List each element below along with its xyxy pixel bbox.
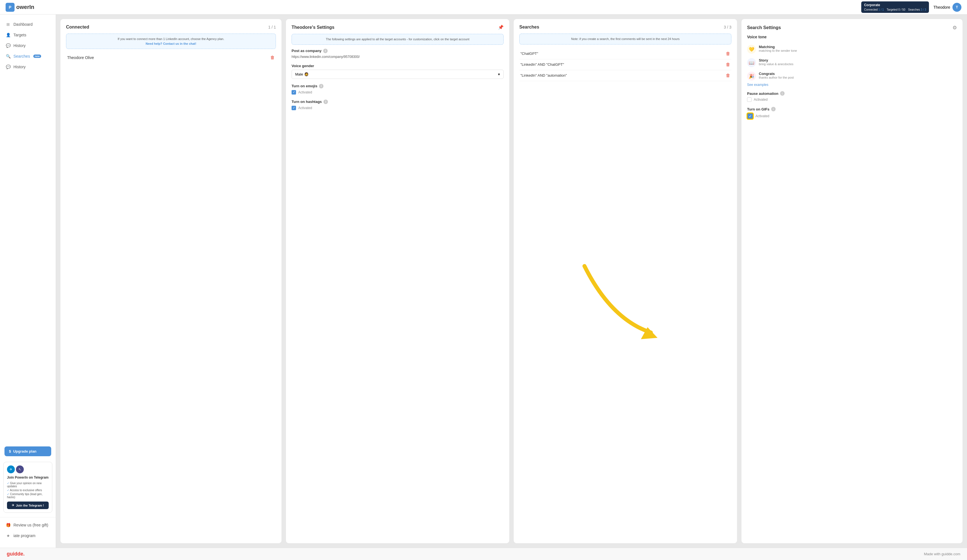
sidebar-item-affiliate[interactable]: ★ iate program xyxy=(0,530,56,541)
pin-icon: 📌 xyxy=(498,25,503,30)
telegram-features: Give your opinion on new updates Access … xyxy=(7,482,49,499)
search-item-1-label: "ChatGPT" xyxy=(520,51,538,56)
search-item-2-label: "LinkedIn" AND "ChatGPT" xyxy=(520,63,564,67)
settings-gear-icon[interactable]: ⚙ xyxy=(952,25,957,31)
story-icon: 📖 xyxy=(747,58,756,67)
delete-search-2-icon[interactable]: 🗑 xyxy=(726,62,730,67)
sidebar-item-label: Searches xyxy=(13,54,30,58)
topbar-right: Corporate Connected 1 / 1 Targeted 0 / 5… xyxy=(861,2,961,13)
emojis-activated: Activated xyxy=(298,91,312,94)
upgrade-plan-button[interactable]: $ Upgrade plan xyxy=(5,446,51,456)
gifs-checkbox-row: ✓ Activated xyxy=(747,113,957,119)
matching-icon: 💛 xyxy=(747,45,756,54)
sidebar-item-label: History xyxy=(13,64,26,69)
gifs-checkbox[interactable]: ✓ xyxy=(747,113,753,119)
telegram-feature-3: Community tips (lead gen, hacks) xyxy=(7,492,49,499)
sidebar-item-searches[interactable]: 🔍 Searches new xyxy=(0,51,56,61)
voice-story[interactable]: 📖 Story bring value & anecdoctes xyxy=(747,56,957,69)
settings-title: Theodore's Settings xyxy=(292,25,334,30)
voice-tone-section: Voice tone xyxy=(747,35,957,39)
delete-search-1-icon[interactable]: 🗑 xyxy=(726,51,730,56)
post-company-info-icon[interactable]: i xyxy=(323,49,328,53)
pause-activated: Activated xyxy=(754,98,767,102)
pause-info-icon[interactable]: i xyxy=(780,91,785,96)
contact-link[interactable]: Need help? Contact us in the chat! xyxy=(146,42,196,45)
voice-matching-info: Matching matching to the sender tone xyxy=(759,45,797,52)
emojis-label: Turn on emojis i xyxy=(292,84,503,88)
connected-panel-header: Connected 1 / 1 xyxy=(66,25,276,30)
chevron-down-icon: ▾ xyxy=(498,72,500,76)
voice-gender-label: Voice gender xyxy=(292,64,503,68)
logo-icon: P xyxy=(6,3,15,12)
search-item-2: "LinkedIn" AND "ChatGPT" 🗑 xyxy=(519,59,731,70)
corporate-badge[interactable]: Corporate Connected 1 / 1 Targeted 0 / 5… xyxy=(861,2,929,13)
targeted-stat: Targeted 0 / 50 xyxy=(887,8,906,12)
delete-search-3-icon[interactable]: 🗑 xyxy=(726,73,730,78)
bottom-bar: guidde. Made with guidde.com xyxy=(0,548,967,560)
sidebar-item-review[interactable]: 🎁 Review us (free gift) xyxy=(0,520,56,530)
pause-checkbox[interactable] xyxy=(747,97,752,102)
telegram-icon2: ↖ xyxy=(16,466,24,473)
searches-count: 3 / 3 xyxy=(724,25,731,30)
telegram-feature-2: Access to exclusive offers xyxy=(7,489,49,492)
post-as-company-url: https://www.linkedin.com/company/9570830… xyxy=(292,55,503,59)
gifs-label-row: Turn on GIFs i xyxy=(747,107,957,111)
affiliate-icon: ★ xyxy=(6,533,11,538)
main-content: Connected 1 / 1 If you want to connect m… xyxy=(56,15,967,548)
settings-info-box: The following settings are applied to al… xyxy=(292,34,503,45)
sidebar-item-label: iate program xyxy=(13,534,36,538)
see-examples-link[interactable]: See examples xyxy=(747,83,957,87)
search-item-3: "LinkedIn" AND "automation" 🗑 xyxy=(519,70,731,81)
gifs-info-icon[interactable]: i xyxy=(771,107,776,111)
sidebar-item-dashboard[interactable]: ⊞ Dashboard xyxy=(0,19,56,30)
search-settings-header: Search Settings ⚙ xyxy=(747,25,957,31)
join-telegram-button[interactable]: ✈ Join the Telegram ! xyxy=(7,502,49,509)
emojis-info-icon[interactable]: i xyxy=(319,84,323,88)
corporate-stats: Connected 1 / 1 Targeted 0 / 50 Searches… xyxy=(864,8,926,12)
user-avatar[interactable]: T xyxy=(952,3,961,12)
guidde-credit: Made with guidde.com xyxy=(924,552,960,556)
search-item-3-label: "LinkedIn" AND "automation" xyxy=(520,73,567,77)
sidebar-item-targets[interactable]: 👤 Targets xyxy=(0,30,56,40)
guidde-logo: guidde. xyxy=(7,551,25,557)
searches-panel-header: Searches 3 / 3 xyxy=(519,25,731,30)
gifs-group: Turn on GIFs i ✓ Activated xyxy=(747,107,957,119)
hashtags-info-icon[interactable]: i xyxy=(323,100,328,104)
hashtags-group: Turn on hashtags i ✓ Activated xyxy=(292,100,503,110)
emojis-checkbox[interactable]: ✓ xyxy=(292,90,296,94)
post-as-company-group: Post as company i https://www.linkedin.c… xyxy=(292,49,503,59)
voice-congrats-info: Congrats thanks author for the post xyxy=(759,72,794,79)
connected-title: Connected xyxy=(66,25,89,30)
hashtags-checkbox[interactable]: ✓ xyxy=(292,106,296,110)
hashtags-activated: Activated xyxy=(298,106,312,110)
sidebar-item-label: Dashboard xyxy=(13,22,33,26)
voice-gender-select[interactable]: Male 🧔 ▾ xyxy=(292,70,503,79)
searches-info-box: Note: if you create a search, the first … xyxy=(519,34,731,44)
searches-panel: Searches 3 / 3 Note: if you create a sea… xyxy=(514,19,737,543)
emojis-checkbox-row: ✓ Activated xyxy=(292,90,503,94)
user-info: Theodore T xyxy=(933,3,961,12)
search-settings-panel: Search Settings ⚙ Voice tone 💛 Matching … xyxy=(741,19,962,543)
logo-text: owerIn xyxy=(16,4,34,10)
connected-panel: Connected 1 / 1 If you want to connect m… xyxy=(61,19,282,543)
new-badge: new xyxy=(33,54,41,58)
pause-automation-group: Pause automation i Activated xyxy=(747,91,957,102)
voice-matching[interactable]: 💛 Matching matching to the sender tone xyxy=(747,43,957,56)
searches-stat: Searches 3 / 3 xyxy=(908,8,926,12)
sidebar-item-history1[interactable]: 💬 History xyxy=(0,40,56,51)
user-name: Theodore xyxy=(933,5,950,10)
searches-title: Searches xyxy=(519,25,539,30)
connected-count: 1 / 1 xyxy=(268,25,276,30)
sidebar: ⊞ Dashboard 👤 Targets 💬 History 🔍 Search… xyxy=(0,15,56,548)
sidebar-item-history2[interactable]: 💬 History xyxy=(0,61,56,72)
telegram-feature-1: Give your opinion on new updates xyxy=(7,482,49,488)
search-item-1: "ChatGPT" 🗑 xyxy=(519,48,731,59)
gift-icon: 🎁 xyxy=(6,522,11,527)
targets-icon: 👤 xyxy=(6,33,11,38)
delete-account-icon[interactable]: 🗑 xyxy=(270,55,275,60)
sidebar-bottom: 🎁 Review us (free gift) ★ iate program xyxy=(0,517,56,543)
gifs-activated: Activated xyxy=(756,114,769,118)
connected-info-box: If you want to connect more than 1 Linke… xyxy=(66,34,276,49)
voice-congrats[interactable]: 🎉 Congrats thanks author for the post xyxy=(747,69,957,83)
account-row: Theodore Olive 🗑 xyxy=(66,53,276,63)
